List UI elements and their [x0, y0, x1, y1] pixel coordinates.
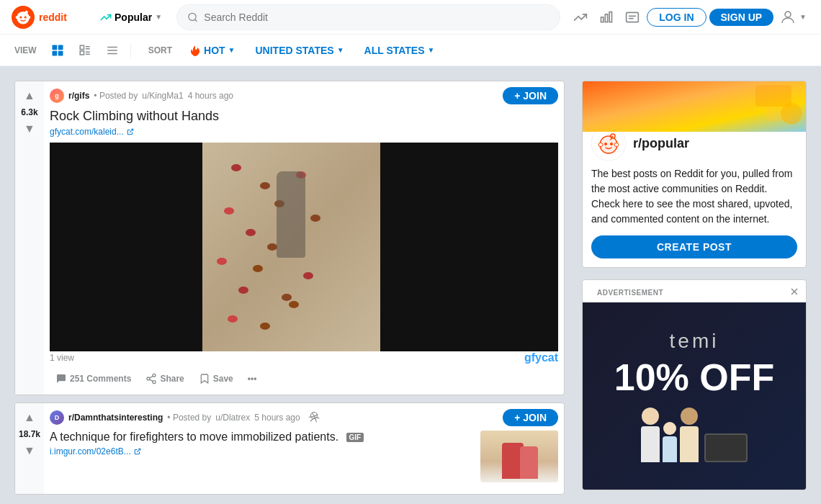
- svg-line-31: [130, 129, 133, 132]
- search-bar[interactable]: [176, 4, 560, 30]
- svg-point-48: [598, 143, 603, 147]
- ad-label: ADVERTISEMENT: [588, 283, 672, 300]
- svg-point-3: [24, 16, 27, 18]
- login-button[interactable]: LOG IN: [647, 8, 706, 27]
- black-left: [50, 143, 202, 351]
- states-filter-button[interactable]: ALL STATES ▼: [359, 42, 441, 59]
- save-label: Save: [213, 374, 233, 384]
- gif-badge: GIF: [346, 433, 364, 442]
- states-label: ALL STATES: [364, 45, 425, 56]
- create-post-button[interactable]: CREATE POST: [591, 235, 797, 258]
- svg-line-36: [150, 376, 153, 378]
- figure-shape2: [520, 446, 538, 479]
- post-card: ▲ 6.3k ▼ g r/gifs • Posted by u/KingMa1 …: [14, 81, 565, 395]
- svg-point-2: [19, 16, 22, 18]
- header: reddit Popular ▼: [0, 0, 821, 35]
- trending-icon: [100, 12, 112, 23]
- post-card: ▲ 18.7k ▼ D r/Damnthatsinteresting • Pos…: [14, 402, 565, 495]
- user-chevron-icon: ▼: [799, 13, 807, 21]
- external-link-icon: [134, 448, 141, 455]
- ad-close-icon[interactable]: [789, 286, 800, 297]
- media-footer: 1 view gfycat: [50, 351, 558, 364]
- post-link[interactable]: i.imgur.com/02e6tB...: [50, 446, 475, 456]
- subreddit-link[interactable]: r/gifs: [68, 91, 89, 101]
- hot-label: HOT: [204, 45, 225, 56]
- toolbar: VIEW SORT HOT ▼ UNITED STATES ▼ ALL STAT…: [0, 35, 821, 66]
- svg-rect-22: [80, 45, 84, 49]
- save-icon: [199, 373, 210, 384]
- post-title[interactable]: A technique for firefighters to move imm…: [50, 431, 475, 444]
- view-compact-button[interactable]: [76, 41, 94, 60]
- svg-rect-25: [80, 50, 84, 54]
- svg-point-33: [147, 377, 150, 380]
- hot-chevron-icon: ▼: [228, 46, 235, 54]
- save-button[interactable]: Save: [193, 369, 239, 389]
- svg-line-10: [195, 19, 197, 21]
- svg-rect-18: [52, 45, 57, 50]
- user-avatar-icon: [779, 9, 797, 26]
- downvote-button[interactable]: ▼: [21, 120, 38, 138]
- share-button[interactable]: Share: [140, 369, 189, 389]
- author-link[interactable]: u/KingMa1: [142, 91, 183, 101]
- post-media[interactable]: [50, 143, 558, 351]
- post-meta: D r/Damnthatsinteresting • Posted by u/D…: [50, 409, 558, 426]
- svg-point-7: [27, 16, 31, 19]
- popular-chevron-icon: ▼: [155, 13, 162, 21]
- upvote-button[interactable]: ▲: [21, 87, 38, 104]
- post-link[interactable]: gfycat.com/kaleid...: [50, 127, 558, 137]
- svg-point-34: [153, 381, 156, 384]
- svg-rect-13: [609, 12, 611, 22]
- join-button[interactable]: + JOIN: [503, 87, 558, 104]
- comments-icon: [55, 373, 67, 384]
- captions-icon[interactable]: [621, 6, 644, 29]
- ad-content[interactable]: temi 10% OFF: [583, 302, 806, 490]
- ad-brand: temi: [670, 330, 719, 353]
- user-menu-button[interactable]: ▼: [776, 6, 809, 29]
- sidebar-banner: [583, 81, 806, 132]
- states-chevron-icon: ▼: [428, 46, 435, 54]
- comments-button[interactable]: 251 Comments: [50, 369, 137, 389]
- location-chevron-icon: ▼: [337, 46, 344, 54]
- ad-header: ADVERTISEMENT: [583, 280, 806, 302]
- popular-button[interactable]: Popular ▼: [94, 9, 168, 26]
- location-filter-button[interactable]: UNITED STATES ▼: [249, 42, 349, 59]
- view-list-button[interactable]: [103, 41, 122, 60]
- bar-chart-icon[interactable]: [595, 6, 618, 29]
- climbing-wall-image: [50, 143, 558, 351]
- svg-rect-21: [58, 50, 63, 55]
- join-button[interactable]: + JOIN: [503, 409, 558, 426]
- svg-rect-14: [627, 12, 639, 22]
- comments-count: 251 Comments: [70, 374, 131, 384]
- hot-sort-button[interactable]: HOT ▼: [184, 42, 241, 59]
- svg-rect-40: [755, 85, 791, 107]
- search-input[interactable]: [204, 12, 549, 23]
- author-link[interactable]: u/Dlatrex: [215, 413, 250, 423]
- popular-info-card: r/popular The best posts on Reddit for y…: [582, 81, 807, 268]
- svg-point-47: [610, 143, 613, 145]
- post-title[interactable]: Rock Climbing without Hands: [50, 109, 558, 124]
- svg-rect-12: [606, 14, 608, 22]
- sidebar-subreddit-name[interactable]: r/popular: [633, 136, 689, 151]
- subreddit-link[interactable]: r/Damnthatsinteresting: [68, 413, 163, 423]
- post-thumbnail[interactable]: [480, 431, 558, 482]
- svg-rect-19: [58, 45, 63, 50]
- external-link-icon: [127, 128, 134, 135]
- location-label: UNITED STATES: [255, 45, 333, 56]
- sidebar-description: The best posts on Reddit for you, pulled…: [591, 166, 797, 227]
- vote-column: ▲ 6.3k ▼: [15, 81, 44, 395]
- hot-flame-icon: [189, 45, 201, 56]
- sort-label: SORT: [148, 45, 172, 55]
- post-text-area: A technique for firefighters to move imm…: [50, 431, 475, 462]
- svg-point-17: [785, 12, 791, 17]
- trending-nav-icon[interactable]: [569, 6, 592, 29]
- logo-area[interactable]: reddit: [12, 6, 86, 29]
- more-button[interactable]: •••: [242, 369, 263, 388]
- view-card-button[interactable]: [48, 41, 67, 60]
- person-figure: [277, 171, 305, 258]
- post-time: 4 hours ago: [188, 91, 233, 101]
- signup-button[interactable]: SIGN UP: [709, 9, 774, 26]
- award-icon: [308, 411, 320, 424]
- downvote-button[interactable]: ▼: [21, 442, 38, 459]
- more-icon: •••: [248, 374, 257, 384]
- upvote-button[interactable]: ▲: [21, 409, 38, 426]
